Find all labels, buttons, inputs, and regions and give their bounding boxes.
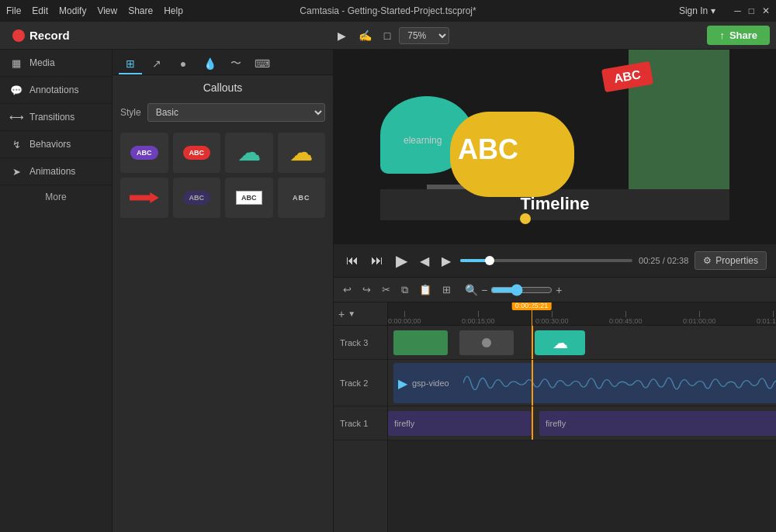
sidebar-item-animations[interactable]: ➤ Animations — [0, 158, 112, 185]
copy-button[interactable]: ⧉ — [398, 282, 411, 298]
redo-button[interactable]: ↪ — [359, 282, 374, 297]
sidebar-item-annotations[interactable]: 💬 Annotations — [0, 77, 112, 104]
track1-clip-firefly-2[interactable]: firefly — [539, 411, 776, 436]
menu-edit[interactable]: Edit — [32, 5, 48, 16]
time-display: 00:25 / 02:38 — [639, 256, 688, 265]
track3-playhead — [532, 326, 533, 359]
track1-row: firefly firefly firefly — [388, 406, 776, 440]
callout-dark-bubble[interactable]: ABC — [173, 178, 221, 218]
callout-white-rect[interactable]: ABC — [225, 178, 273, 218]
zoom-out-button[interactable]: − — [481, 284, 487, 296]
track3-clip-green[interactable] — [393, 330, 448, 355]
share-button[interactable]: ↑ Share — [707, 26, 770, 45]
sign-in-button[interactable]: Sign In ▾ — [679, 5, 715, 16]
sidebar-item-behaviors[interactable]: ↯ Behaviors — [0, 131, 112, 158]
track3-label: Track 3 — [334, 326, 387, 360]
behaviors-icon: ↯ — [9, 137, 23, 151]
tab-path[interactable]: 〜 — [224, 54, 248, 74]
track2-label: Track 2 — [334, 360, 387, 406]
track-header-controls: + ▼ — [334, 302, 387, 326]
annotations-icon: 💬 — [9, 83, 23, 97]
preview-timeline-area: ABC ABC elearning Timeline ⏮ ⏭ ▶ ◀ ▶ — [334, 50, 776, 532]
minimize-button[interactable]: ─ — [734, 5, 741, 16]
skip-back-button[interactable]: ⏮ — [343, 252, 362, 269]
close-button[interactable]: ✕ — [762, 5, 770, 16]
main-content: ▦ Media 💬 Annotations ⟷ Transitions ↯ Be… — [0, 50, 776, 532]
callout-teal-cloud[interactable] — [225, 133, 273, 173]
play-button[interactable]: ▶ — [393, 250, 411, 271]
callouts-title: Callouts — [113, 75, 333, 100]
restore-button[interactable]: □ — [749, 5, 754, 16]
prev-frame-button[interactable]: ◀ — [417, 252, 432, 270]
hand-tool-button[interactable]: ✍ — [355, 28, 376, 43]
callout-red-arrow[interactable] — [120, 178, 168, 218]
transitions-icon: ⟷ — [9, 110, 23, 124]
style-select[interactable]: Basic — [147, 103, 325, 122]
cut-button[interactable]: ✂ — [379, 282, 393, 297]
track2-row: ▶ gsp-video — [388, 360, 776, 406]
ruler-mark-0: 0:00:00;00 — [388, 311, 421, 325]
track3-clip-dark[interactable] — [459, 330, 514, 355]
track2-playhead — [532, 360, 533, 406]
sidebar-item-transitions[interactable]: ⟷ Transitions — [0, 104, 112, 131]
preview-canvas: ABC ABC elearning Timeline — [334, 50, 776, 244]
tab-layout[interactable]: ⊞ — [119, 54, 142, 74]
progress-thumb[interactable] — [485, 256, 494, 265]
menu-modify[interactable]: Modify — [59, 5, 86, 16]
zoom-slider[interactable] — [490, 284, 553, 296]
undo-button[interactable]: ↩ — [340, 282, 355, 297]
menu-file[interactable]: File — [6, 5, 21, 16]
animations-icon: ➤ — [9, 164, 23, 178]
menu-view[interactable]: View — [97, 5, 117, 16]
crop-tool-button[interactable]: □ — [380, 28, 394, 43]
transport-controls: ⏮ ⏭ ▶ ◀ ▶ 00:25 / 02:38 ⚙ Properties — [334, 244, 776, 278]
playhead-indicator[interactable] — [532, 302, 532, 326]
record-button[interactable]: Record — [6, 29, 76, 42]
select-tool-button[interactable]: ▶ — [334, 28, 350, 43]
style-label: Style — [120, 107, 141, 118]
callout-purple-bubble[interactable]: ABC — [120, 133, 168, 173]
preview-abc-text: ABC — [458, 133, 518, 166]
titlebar: File Edit Modify View Share Help Camtasi… — [0, 0, 776, 22]
tab-shape[interactable]: ● — [171, 54, 195, 74]
callout-text-only[interactable]: ABC — [278, 178, 326, 218]
timeline-toolbar: ↩ ↪ ✂ ⧉ 📋 ⊞ 🔍 − + — [334, 278, 776, 302]
sidebar-item-media[interactable]: ▦ Media — [0, 50, 112, 77]
zoom-selector[interactable]: 75% 50% 100% — [399, 27, 449, 44]
track3-row: ☁ — [388, 326, 776, 360]
tab-pointer[interactable]: ↗ — [145, 54, 168, 74]
callouts-grid: ABC ABC ABC ABC ABC — [113, 128, 333, 223]
tab-ink[interactable]: 💧 — [198, 54, 221, 74]
properties-button[interactable]: ⚙ Properties — [695, 251, 767, 270]
step-back-button[interactable]: ⏭ — [368, 252, 386, 269]
zoom-in-button[interactable]: + — [556, 284, 562, 296]
menu-help[interactable]: Help — [164, 5, 183, 16]
menu-bar[interactable]: File Edit Modify View Share Help — [6, 5, 183, 16]
window-controls[interactable]: ─ □ ✕ — [734, 5, 770, 16]
tab-keyboard[interactable]: ⌨ — [251, 54, 274, 74]
zoom-search-icon[interactable]: 🔍 — [465, 284, 478, 296]
track1-label: Track 1 — [334, 406, 387, 440]
style-row: Style Basic — [113, 100, 333, 128]
preview-area: ABC ABC elearning Timeline ⏮ ⏭ ▶ ◀ ▶ — [334, 50, 776, 278]
menu-share[interactable]: Share — [128, 5, 153, 16]
timeline-content: 0:00:25:21 0:00:00;00 0:00:15;00 0:00:30… — [388, 302, 776, 532]
paste-button[interactable]: 📋 — [416, 282, 435, 297]
more-button[interactable]: More — [0, 185, 112, 209]
track3-clip-callout[interactable]: ☁ — [535, 330, 585, 355]
add-track-button[interactable]: + — [338, 308, 345, 320]
gear-icon: ⚙ — [703, 255, 712, 266]
ruler-mark-2: 0:00:30;00 — [535, 311, 569, 325]
ruler-mark-4: 0:01:00;00 — [683, 311, 716, 325]
ruler-mark-1: 0:00:15;00 — [462, 311, 495, 325]
next-frame-button[interactable]: ▶ — [438, 252, 454, 270]
collapse-button[interactable]: ▼ — [348, 309, 355, 318]
callout-yellow-cloud[interactable] — [278, 133, 326, 173]
callout-red-bubble[interactable]: ABC — [173, 133, 221, 173]
progress-bar[interactable] — [460, 259, 632, 262]
split-button[interactable]: ⊞ — [439, 282, 454, 297]
timeline-ruler: 0:00:25:21 0:00:00;00 0:00:15;00 0:00:30… — [388, 302, 776, 326]
preview-image: ABC ABC elearning Timeline — [380, 50, 729, 244]
track2-clip-gsp[interactable]: ▶ gsp-video — [393, 363, 776, 403]
track1-clip-firefly-1[interactable]: firefly — [388, 411, 532, 436]
